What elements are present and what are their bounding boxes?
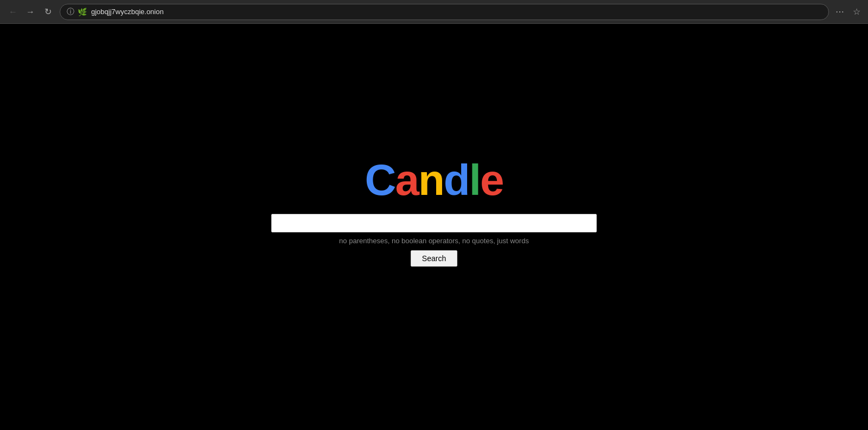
- bookmark-button[interactable]: ☆: [851, 4, 863, 19]
- logo-letter-e: e: [480, 156, 503, 204]
- page-content: Candle no parentheses, no boolean operat…: [0, 24, 868, 430]
- browser-chrome: ← → ↻ ⓘ 🌿 ⋯ ☆: [0, 0, 868, 24]
- address-bar-wrapper: ⓘ 🌿: [60, 4, 829, 20]
- address-icons: ⓘ 🌿: [67, 7, 87, 17]
- onion-icon: 🌿: [78, 8, 87, 16]
- logo-letter-a: a: [395, 156, 418, 204]
- site-logo: Candle: [365, 155, 503, 205]
- search-hint: no parentheses, no boolean operators, no…: [339, 237, 529, 245]
- refresh-button[interactable]: ↻: [40, 4, 55, 20]
- browser-actions: ⋯ ☆: [833, 4, 863, 19]
- address-input[interactable]: [91, 8, 822, 16]
- logo-letter-l: l: [469, 156, 480, 204]
- more-menu-button[interactable]: ⋯: [833, 4, 846, 19]
- search-button[interactable]: Search: [411, 250, 457, 267]
- info-icon: ⓘ: [67, 7, 74, 17]
- forward-button[interactable]: →: [23, 4, 38, 20]
- search-input[interactable]: [271, 214, 597, 232]
- logo-letter-d: d: [444, 156, 469, 204]
- logo-letter-c: C: [365, 156, 395, 204]
- nav-buttons: ← → ↻: [5, 4, 55, 20]
- back-button[interactable]: ←: [5, 4, 21, 20]
- logo-letter-n: n: [418, 156, 444, 204]
- search-container: Candle no parentheses, no boolean operat…: [271, 155, 597, 267]
